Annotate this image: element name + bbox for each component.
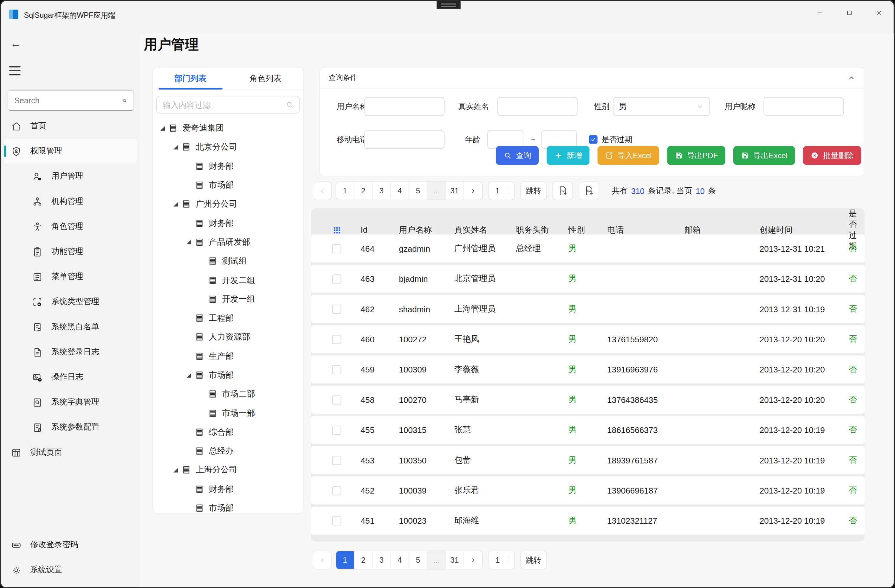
export-pdf-icon-button[interactable] (552, 181, 573, 200)
table-row[interactable]: 460100272王艳凤男137615598202013-12-20 10:20… (311, 325, 865, 353)
sidebar-item-permission-mgmt[interactable]: 权限管理 (4, 138, 137, 164)
row-checkbox[interactable] (332, 486, 341, 495)
tree-node[interactable]: 市场二部 (153, 385, 303, 403)
page-ellipsis[interactable]: ... (427, 551, 446, 569)
tree-node[interactable]: 人力资源部 (153, 328, 303, 347)
tree-node[interactable]: 北京分公司 (153, 138, 303, 157)
hamburger-menu-button[interactable] (9, 66, 21, 76)
tree-expander-icon[interactable] (173, 468, 178, 472)
next-page-button[interactable] (464, 551, 482, 569)
tree-node[interactable]: 产品研发部 (153, 233, 303, 252)
tree-node[interactable]: 开发一组 (153, 290, 303, 309)
tree-node[interactable]: 财务部 (153, 157, 303, 176)
table-row[interactable]: 452100039张乐君男139066961872013-12-20 10:19… (311, 476, 865, 504)
page-ellipsis[interactable]: ... (427, 182, 446, 200)
sidebar-item-role-mgmt[interactable]: 角色管理 (1, 214, 140, 239)
page-button[interactable]: 5 (409, 551, 428, 569)
prev-page-button[interactable] (312, 551, 331, 569)
table-row[interactable]: 455100315张慧男186165663732013-12-20 10:19否 (311, 416, 865, 444)
sidebar-item-system-dict-mgmt[interactable]: 系统字典管理 (1, 389, 140, 415)
realname-input[interactable] (497, 97, 578, 116)
page-button[interactable]: 3 (373, 551, 391, 569)
export-pdf-button[interactable]: 导出PDF (667, 146, 725, 165)
page-button[interactable]: 4 (391, 551, 409, 569)
spinner-down-icon[interactable] (506, 561, 511, 564)
row-checkbox[interactable] (332, 516, 341, 525)
tree-node[interactable]: 生产部 (153, 347, 303, 366)
tab-department-list[interactable]: 部门列表 (153, 67, 228, 89)
mobile-input[interactable] (364, 130, 444, 149)
tab-role-list[interactable]: 角色列表 (228, 67, 303, 89)
tree-filter-input[interactable] (157, 100, 285, 109)
row-checkbox[interactable] (332, 304, 341, 314)
tree-node[interactable]: 市场一部 (153, 403, 303, 423)
tree-node[interactable]: 财务部 (153, 214, 303, 233)
spinner-down-icon[interactable] (506, 192, 511, 195)
add-button[interactable]: 新增 (546, 146, 589, 165)
row-checkbox[interactable] (332, 274, 341, 283)
row-checkbox[interactable] (332, 425, 341, 435)
tree-expander-icon[interactable] (187, 373, 191, 377)
row-checkbox[interactable] (332, 244, 341, 253)
next-page-button[interactable] (464, 182, 482, 200)
close-button[interactable] (864, 1, 894, 24)
sidebar-item-user-mgmt[interactable]: 用户管理 (1, 164, 140, 189)
sidebar-item-change-password[interactable]: 修改登录密码 (1, 532, 140, 557)
row-checkbox[interactable] (332, 335, 341, 344)
table-row[interactable]: 464gzadmin广州管理员总经理男2013-12-31 10:21否 (311, 235, 865, 262)
sidebar-item-system-type-mgmt[interactable]: 系统类型管理 (1, 289, 140, 314)
tree-expander-icon[interactable] (187, 240, 191, 244)
page-button[interactable]: 1 (336, 182, 355, 200)
import-excel-button[interactable]: 导入Excel (598, 146, 659, 165)
tree-node[interactable]: 爱奇迪集团 (153, 118, 303, 138)
tree-node[interactable]: 综合部 (153, 423, 303, 441)
page-jump-spinner[interactable]: 1 (488, 181, 515, 200)
sidebar-item-operation-log[interactable]: 操作日志 (1, 365, 140, 389)
sidebar-item-system-blackwhite-list[interactable]: 系统黑白名单 (1, 314, 140, 339)
sidebar-item-system-param-config[interactable]: 系统参数配置 (1, 415, 140, 440)
tree-node[interactable]: 上海分公司 (153, 461, 303, 480)
batch-delete-button[interactable]: 批量删除 (803, 146, 862, 165)
page-button[interactable]: 5 (409, 182, 428, 200)
sidebar-item-org-mgmt[interactable]: 机构管理 (1, 189, 140, 214)
table-row[interactable]: 462shadmin上海管理员男2013-12-31 10:19否 (311, 295, 865, 323)
sidebar-item-home[interactable]: 首页 (1, 114, 140, 138)
sidebar-item-test-page[interactable]: 测试页面 (1, 440, 140, 465)
row-checkbox[interactable] (332, 395, 341, 405)
nickname-input[interactable] (763, 97, 844, 116)
page-button[interactable]: 2 (355, 182, 373, 200)
sidebar-item-system-login-log[interactable]: 系统登录日志 (1, 339, 140, 365)
spinner-up-icon[interactable] (506, 187, 511, 190)
row-checkbox[interactable] (332, 365, 341, 374)
tree-node[interactable]: 开发二组 (153, 271, 303, 290)
export-excel-button[interactable]: 导出Excel (733, 146, 795, 165)
search-button[interactable]: 查询 (496, 146, 539, 165)
page-button[interactable]: 4 (391, 182, 409, 200)
page-button-active[interactable]: 1 (336, 551, 355, 569)
search-input[interactable] (8, 96, 122, 105)
tree-expander-icon[interactable] (173, 145, 178, 149)
expired-checkbox[interactable] (589, 135, 598, 144)
table-row[interactable]: 458100270马亭新男137643864352013-12-20 10:20… (311, 386, 865, 414)
page-jump-spinner[interactable]: 1 (488, 551, 515, 569)
tree-node[interactable]: 市场部 (153, 499, 303, 514)
jump-button[interactable]: 跳转 (520, 551, 547, 569)
export-xls-icon-button[interactable] (579, 181, 599, 200)
tree-node[interactable]: 总经办 (153, 441, 303, 461)
table-row[interactable]: 451100023邱海维男131023211272013-12-20 10:19… (311, 506, 865, 535)
tree-node[interactable]: 测试组 (153, 252, 303, 271)
page-button[interactable]: 31 (446, 551, 464, 569)
sidebar-item-system-settings[interactable]: 系统设置 (1, 558, 140, 583)
tree-node[interactable]: 广州分公司 (153, 195, 303, 214)
sex-select[interactable]: 男 (613, 97, 710, 116)
row-checkbox[interactable] (332, 456, 341, 465)
sidebar-item-function-mgmt[interactable]: 功能管理 (1, 239, 140, 264)
minimize-button[interactable] (805, 1, 834, 24)
tree-node[interactable]: 市场部 (153, 366, 303, 385)
column-settings-icon[interactable] (332, 225, 342, 235)
jump-button[interactable]: 跳转 (520, 181, 547, 200)
table-row[interactable]: 453100350包蕾男189397615872013-12-20 10:19否 (311, 446, 865, 474)
tree-node[interactable]: 市场部 (153, 176, 303, 195)
page-button[interactable]: 3 (373, 182, 391, 200)
prev-page-button[interactable] (312, 181, 331, 200)
